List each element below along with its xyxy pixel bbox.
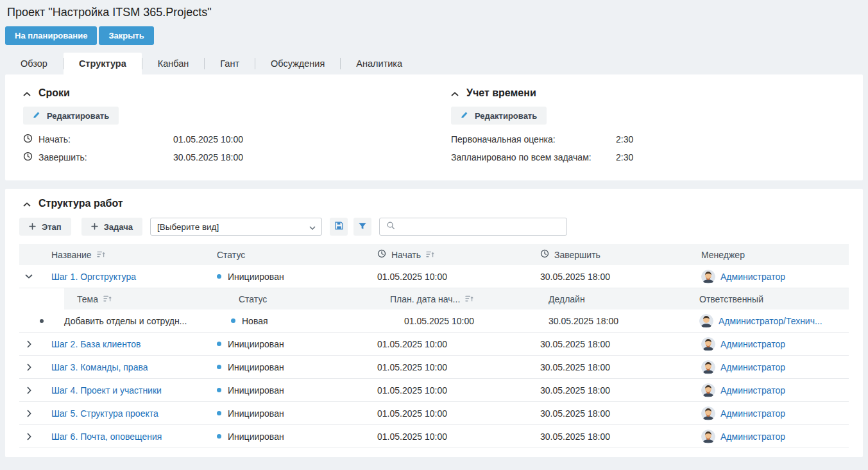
- manager-link[interactable]: Администратор: [720, 431, 785, 442]
- search-icon: [386, 221, 395, 232]
- search-input[interactable]: [400, 222, 560, 232]
- view-select[interactable]: [Выберите вид]: [150, 218, 322, 236]
- plus-icon: [29, 222, 36, 232]
- manager-link[interactable]: Администратор: [720, 385, 785, 396]
- stage-link[interactable]: Шаг 1. Оргструктура: [51, 272, 136, 282]
- close-button[interactable]: Закрыть: [99, 26, 153, 45]
- status-dot: [231, 318, 235, 323]
- sort-icon[interactable]: [97, 250, 105, 260]
- stage-link[interactable]: Шаг 5. Структура проекта: [51, 408, 158, 419]
- status-label: Инициирован: [228, 385, 284, 396]
- start-date: 01.05.2025 10:00: [379, 316, 539, 326]
- tab-gantt[interactable]: Гант: [205, 53, 255, 74]
- assignee-link[interactable]: Администратор/Технич...: [719, 316, 822, 326]
- planned-total-label: Запланировано по всем задачам:: [451, 152, 591, 162]
- start-label: Начать:: [38, 134, 71, 144]
- filter-button[interactable]: [353, 218, 371, 236]
- initial-estimate-value: 2:30: [616, 134, 633, 144]
- subheader-name: Тема: [77, 294, 98, 304]
- row-collapse-icon[interactable]: [19, 274, 38, 279]
- tab-structure[interactable]: Структура: [64, 53, 142, 74]
- avatar: [701, 406, 715, 421]
- table-row[interactable]: Шаг 1. Оргструктура Инициирован 01.05.20…: [19, 265, 849, 288]
- header-status: Статус: [217, 250, 245, 260]
- add-task-button[interactable]: Задача: [81, 218, 142, 236]
- subheader-deadline: Дедлайн: [539, 294, 696, 304]
- work-structure-title: Структура работ: [38, 198, 123, 209]
- header-end: Завершить: [554, 250, 600, 260]
- table-row[interactable]: Шаг 4. Проект и участники Инициирован 01…: [19, 379, 849, 402]
- tab-kanban[interactable]: Канбан: [142, 53, 205, 74]
- stage-link[interactable]: Шаг 6. Почта, оповещения: [51, 431, 162, 442]
- tab-analytics[interactable]: Аналитика: [341, 53, 418, 74]
- subtask-row[interactable]: Добавить отделы и сотрудн... Новая 01.05…: [19, 309, 849, 333]
- row-expand-icon[interactable]: [19, 387, 38, 394]
- subtable-header: Тема Статус План. дата нач... Дедлайн От…: [64, 288, 849, 309]
- avatar: [701, 430, 715, 444]
- subheader-start: План. дата нач...: [390, 294, 460, 304]
- status-label: Инициирован: [228, 339, 284, 349]
- end-date: 30.05.2025 18:00: [540, 272, 610, 282]
- add-stage-button[interactable]: Этап: [19, 218, 71, 236]
- status-dot: [217, 274, 221, 279]
- section-collapse-icon[interactable]: [451, 87, 459, 99]
- row-expand-icon[interactable]: [19, 410, 38, 417]
- manager-link[interactable]: Администратор: [720, 408, 785, 419]
- sort-icon[interactable]: [103, 294, 112, 304]
- planned-total-row: Запланировано по всем задачам: 2:30: [451, 148, 863, 166]
- filter-icon: [358, 222, 367, 232]
- start-date: 01.05.2025 10:00: [377, 385, 447, 396]
- edit-time-tracking-button[interactable]: Редактировать: [451, 107, 547, 125]
- status-dot: [217, 388, 221, 392]
- section-collapse-icon[interactable]: [23, 198, 31, 209]
- select-caret-icon: [309, 222, 316, 232]
- deadlines-title: Сроки: [38, 87, 70, 99]
- to-planning-button[interactable]: На планирование: [5, 26, 97, 45]
- tab-discussions[interactable]: Обсуждения: [255, 53, 340, 74]
- sort-icon[interactable]: [465, 294, 473, 304]
- page-title: Проект "Настройка ITSM 365.Projects": [0, 0, 868, 19]
- stage-link[interactable]: Шаг 2. База клиентов: [51, 339, 140, 349]
- row-expand-icon[interactable]: [19, 340, 38, 348]
- table-row[interactable]: Шаг 3. Команды, права Инициирован 01.05.…: [19, 356, 849, 379]
- status-dot: [217, 411, 221, 415]
- end-date: 30.05.2025 18:00: [540, 339, 610, 349]
- end-row: Завершить: 30.05.2025 18:00: [23, 148, 451, 166]
- end-date: 30.05.2025 18:00: [540, 385, 610, 396]
- task-name[interactable]: Добавить отделы и сотрудн...: [64, 316, 231, 326]
- start-value: 01.05.2025 10:00: [173, 134, 243, 144]
- table-row[interactable]: Шаг 2. База клиентов Инициирован 01.05.2…: [19, 333, 849, 356]
- start-date: 01.05.2025 10:00: [377, 431, 447, 442]
- start-date: 01.05.2025 10:00: [377, 272, 447, 282]
- avatar: [701, 270, 715, 284]
- sort-icon[interactable]: [426, 250, 434, 260]
- start-date: 01.05.2025 10:00: [377, 408, 447, 419]
- table-row[interactable]: Шаг 5. Структура проекта Инициирован 01.…: [19, 402, 849, 425]
- edit-icon: [461, 110, 469, 121]
- status-label: Инициирован: [228, 272, 284, 282]
- end-date: 30.05.2025 18:00: [540, 362, 610, 372]
- status-label: Инициирован: [228, 362, 284, 372]
- tab-overview[interactable]: Обзор: [5, 53, 63, 74]
- manager-link[interactable]: Администратор: [720, 362, 785, 372]
- status-dot: [217, 342, 221, 346]
- save-view-icon: [334, 221, 344, 232]
- table-row[interactable]: Шаг 6. Почта, оповещения Инициирован 01.…: [19, 425, 849, 448]
- clock-icon: [377, 249, 386, 260]
- manager-link[interactable]: Администратор: [720, 339, 785, 349]
- table-header: Название Статус Начать: [19, 244, 849, 265]
- save-view-button[interactable]: [330, 218, 348, 236]
- avatar: [701, 360, 715, 374]
- edit-deadlines-button[interactable]: Редактировать: [23, 107, 119, 125]
- planned-total-value: 2:30: [616, 152, 633, 162]
- end-date: 30.05.2025 18:00: [540, 408, 610, 419]
- manager-link[interactable]: Администратор: [720, 272, 785, 282]
- stage-link[interactable]: Шаг 4. Проект и участники: [51, 385, 162, 396]
- stage-link[interactable]: Шаг 3. Команды, права: [51, 362, 148, 372]
- section-collapse-icon[interactable]: [23, 87, 31, 99]
- row-expand-icon[interactable]: [19, 363, 38, 371]
- avatar: [701, 383, 715, 397]
- row-expand-icon[interactable]: [19, 433, 38, 440]
- avatar: [699, 314, 713, 328]
- time-tracking-title: Учет времени: [466, 87, 536, 99]
